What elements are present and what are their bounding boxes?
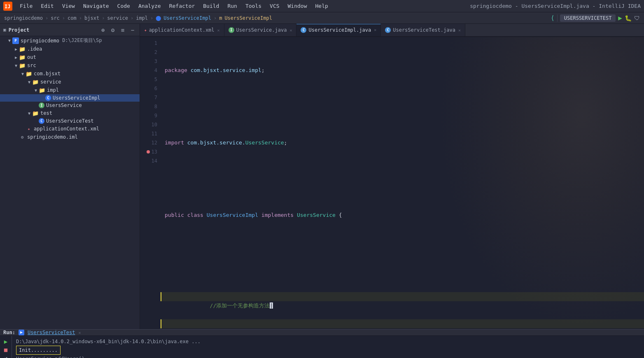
code-editor[interactable]: 1 2 3 4 5 6 7 8 9 10 11 12 13 14 — [140, 37, 644, 329]
tree-label-service: service — [40, 79, 61, 85]
tree-arrow: ▼ — [7, 38, 12, 43]
class-i-icon: I — [39, 102, 44, 108]
tabs-bar: ✦ applicationContext.xml ✕ I UsersServic… — [140, 24, 644, 37]
project-icon: P — [12, 37, 19, 44]
tree-arrow: ▶ — [13, 47, 19, 51]
line-num-14: 14 — [140, 156, 157, 165]
tab-label-usersserviceimpl: UsersServiceImpl.java — [308, 27, 371, 33]
run-main: ▶ ■ ↺ ↓ 📷 ↑ D:\Java\jdk-14.0.2_windows-x… — [0, 336, 644, 358]
project-icon: ▣ — [3, 27, 6, 33]
tab-usersservicetest[interactable]: C UsersServiceTest.java ✕ — [381, 24, 465, 36]
code-line-3: import com.bjsxt.service.UsersService; — [165, 138, 644, 147]
breadcrumb-src[interactable]: src — [51, 15, 60, 21]
folder-icon: 📁 — [26, 70, 32, 77]
menu-window[interactable]: Window — [285, 2, 310, 10]
menu-code[interactable]: Code — [114, 2, 133, 10]
tree-label-out: out — [27, 54, 36, 60]
tab-applicationcontext[interactable]: ✦ applicationContext.xml ✕ — [140, 24, 224, 36]
sidebar-settings-btn[interactable]: ≡ — [119, 27, 126, 33]
breadcrumb-impl[interactable]: impl — [136, 15, 148, 21]
menu-tools[interactable]: Tools — [242, 2, 265, 10]
run-tab-close[interactable]: ✕ — [79, 330, 81, 335]
menu-refactor[interactable]: Refactor — [166, 2, 198, 10]
tree-node-usersserviceimpl[interactable]: C UsersServiceImpl — [0, 94, 140, 102]
menu-file[interactable]: File — [16, 2, 36, 10]
tree-node-idea[interactable]: ▶ 📁 .idea — [0, 45, 140, 53]
breadcrumb-class[interactable]: UsersServiceImpl — [163, 15, 211, 21]
line-num-3: 3 — [140, 57, 157, 66]
folder-icon: 📁 — [32, 110, 39, 116]
menu-edit[interactable]: Edit — [37, 2, 57, 10]
breadcrumb-com[interactable]: com — [68, 15, 77, 21]
run-stop-btn[interactable]: ■ — [2, 346, 10, 353]
menu-build[interactable]: Build — [200, 2, 222, 10]
breadcrumb-bjsxt[interactable]: bjsxt — [84, 15, 99, 21]
debug-button[interactable]: 🐛 — [625, 15, 632, 21]
menu-analyze[interactable]: Analyze — [135, 2, 164, 10]
tree-node-applicationcontext[interactable]: ✦ applicationContext.xml — [0, 125, 140, 133]
menu-vcs[interactable]: VCS — [266, 2, 282, 10]
run-tab-name[interactable]: UsersServiceTest — [28, 330, 75, 335]
sidebar-add-btn[interactable]: ⊕ — [99, 27, 107, 33]
tree-node-impl[interactable]: ▼ 📁 impl — [0, 86, 140, 94]
sidebar-title: Project — [9, 27, 30, 33]
menu-navigate[interactable]: Navigate — [80, 2, 112, 10]
code-line-4 — [165, 174, 644, 184]
tree-arrow — [20, 127, 26, 131]
breadcrumb-class-icon: ⬤ — [156, 15, 161, 21]
tree-arrow: ▼ — [20, 72, 26, 76]
tab-close-applicationcontext[interactable]: ✕ — [217, 28, 220, 33]
class-c-icon: C — [39, 118, 44, 124]
line-num-1: 1 — [140, 39, 157, 48]
breadcrumb-service[interactable]: service — [107, 15, 128, 21]
navigate-back-icon[interactable]: ⟨ — [551, 14, 555, 22]
run-tab-bar: Run: UsersServiceTest ✕ — [0, 330, 644, 336]
tab-label-applicationcontext: applicationContext.xml — [149, 27, 215, 33]
run-command-text: D:\Java\jdk-14.0.2_windows-x64_bin\jdk-1… — [16, 337, 201, 346]
bottom-panel: Run: UsersServiceTest ✕ ▶ ■ ↺ ↓ 📷 ↑ D:\J… — [0, 329, 644, 358]
sidebar-collapse-btn[interactable]: − — [129, 27, 136, 33]
breadcrumb-project[interactable]: springiocdemo — [4, 15, 43, 21]
tab-usersserviceimpl[interactable]: C UsersServiceImpl.java ✕ — [296, 24, 381, 36]
run-config-name[interactable]: USERSSERVICETEST — [560, 14, 616, 22]
folder-icon: 📁 — [39, 87, 45, 93]
tab-usersservice[interactable]: I UsersService.java ✕ — [224, 24, 297, 36]
run-button[interactable]: ▶ — [618, 14, 622, 22]
tree-node-service[interactable]: ▼ 📁 service — [0, 78, 140, 86]
sidebar-gear-btn[interactable]: ⚙ — [109, 27, 117, 33]
tab-close-usersserviceimpl[interactable]: ✕ — [374, 28, 376, 32]
tree-arrow — [33, 103, 39, 108]
run-line-command: D:\Java\jdk-14.0.2_windows-x64_bin\jdk-1… — [16, 337, 640, 346]
xml-icon: ✦ — [26, 126, 32, 132]
breadcrumb-method[interactable]: UsersServiceImpl — [224, 15, 272, 21]
menu-help[interactable]: Help — [312, 2, 331, 10]
code-content[interactable]: package com.bjsxt.service.impl; import c… — [161, 37, 644, 329]
tab-close-usersservice[interactable]: ✕ — [289, 28, 292, 33]
tree-node-com-bjsxt[interactable]: ▼ 📁 com.bjsxt — [0, 70, 140, 78]
app-title: springiocdemo - UsersServiceImpl.java - … — [470, 3, 641, 9]
run-controls: ▶ ■ ↺ ↓ 📷 ↑ — [0, 336, 12, 358]
tab-label-usersservice: UsersService.java — [236, 27, 287, 33]
menu-view[interactable]: View — [59, 2, 78, 10]
code-line-2 — [165, 102, 644, 111]
tree-arrow — [33, 119, 39, 123]
tree-node-usersservicetest[interactable]: C UsersServiceTest — [0, 117, 140, 125]
tree-node-test[interactable]: ▼ 📁 test — [0, 109, 140, 117]
line-num-10: 10 — [140, 120, 157, 129]
run-rerun-btn[interactable]: ↺ — [2, 355, 10, 358]
tree-arrow: ▼ — [26, 111, 32, 116]
breadcrumb-method-icon: m — [219, 15, 222, 21]
run-play-btn[interactable]: ▶ — [2, 338, 10, 345]
line-num-7: 7 — [140, 93, 157, 102]
tree-node-usersservice[interactable]: I UsersService — [0, 102, 140, 109]
tree-label-usersserviceimpl: UsersServiceImpl — [53, 95, 100, 101]
coverage-button[interactable]: 🛡 — [634, 15, 640, 21]
menu-run[interactable]: Run — [224, 2, 240, 10]
tree-node-springiocdemo[interactable]: ▼ P springiocdemo D:\J2EE项目\Sp — [0, 36, 140, 45]
tree-node-src[interactable]: ▼ 📁 src — [0, 61, 140, 70]
class-c-icon: C — [45, 95, 51, 101]
tab-close-usersservicetest[interactable]: ✕ — [458, 28, 461, 33]
tree-label-test: test — [40, 110, 52, 116]
tree-node-out[interactable]: ▶ 📁 out — [0, 53, 140, 61]
tree-node-springiocdemo-iml[interactable]: ⚙ springiocdemo.iml — [0, 133, 140, 141]
